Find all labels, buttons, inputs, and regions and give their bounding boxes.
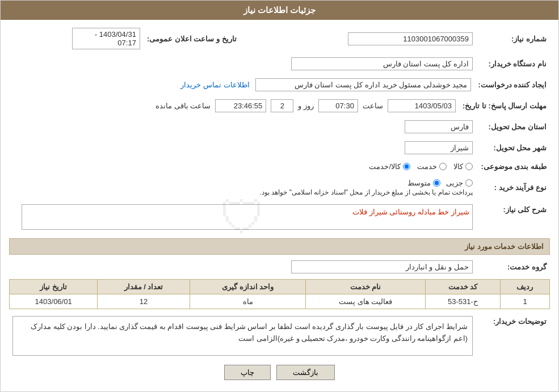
shomareNiaz-label: شماره نیاز: xyxy=(476,26,550,52)
col-tarikh: تاریخ نیاز xyxy=(10,280,98,294)
cell-tarikh: 1403/06/01 xyxy=(10,294,98,309)
cell-tedad: 12 xyxy=(98,294,190,309)
tabaqeh-label: طبقه بندی موضوعی: xyxy=(476,160,550,173)
sharh-textarea[interactable] xyxy=(22,204,473,230)
cell-nam: فعالیت های پست xyxy=(306,294,425,309)
ijad-label: ایجاد کننده درخواست: xyxy=(474,76,550,94)
ostan-value: فارس xyxy=(405,120,473,133)
farayand-note: پرداخت تمام یا بخشی از مبلغ خریدار از مح… xyxy=(12,188,473,196)
mohlat-saat: 07:30 xyxy=(318,99,358,112)
col-vahed: واحد اندازه گیری xyxy=(190,280,306,294)
services-table: ردیف کد خدمت نام خدمت واحد اندازه گیری ت… xyxy=(9,279,550,309)
description-label: توضیحات خریدار: xyxy=(476,314,550,358)
baqi-value: 23:46:55 xyxy=(215,99,266,112)
nam-dasgah-label: نام دستگاه خریدار: xyxy=(476,55,550,73)
radio-khadamat-label: خدمت xyxy=(417,162,437,171)
table-row: 1ح-531-53فعالیت های پستماه121403/06/01 xyxy=(10,294,550,309)
shahr-value: شیراز xyxy=(405,141,473,154)
col-kod: کد خدمت xyxy=(425,280,500,294)
roz-label: روز و xyxy=(298,102,314,110)
radio-jazii-label: جزیی xyxy=(446,179,463,187)
col-tedad: تعداد / مقدار xyxy=(98,280,190,294)
shomareNiaz-value: 1103001067000359 xyxy=(348,32,473,45)
radio-kala-label: کالا xyxy=(453,162,463,171)
khadamat-section-header: اطلاعات خدمات مورد نیاز xyxy=(9,238,550,255)
roz-value: 2 xyxy=(271,99,293,112)
radio-khadamat-input[interactable] xyxy=(439,163,447,170)
description-value: شرایط اجرای کار در فایل پیوست بار گذاری … xyxy=(12,316,473,356)
col-nam: نام خدمت xyxy=(306,280,425,294)
back-button[interactable]: بازگشت xyxy=(276,365,335,380)
baqi-label: ساعت باقی مانده xyxy=(155,102,211,110)
page-title: جزئیات اطلاعات نیاز xyxy=(1,1,558,20)
tamas-link[interactable]: اطلاعات تماس خریدار xyxy=(180,81,249,89)
radio-jazii[interactable]: جزیی xyxy=(446,179,473,187)
tarikh-elan-value: 1403/04/31 - 07:17 xyxy=(72,28,140,49)
radio-kala-khadamat-input[interactable] xyxy=(403,163,410,170)
cell-kod: ح-531-53 xyxy=(425,294,500,309)
mohlat-label: مهلت ارسال پاسخ: تا تاریخ: xyxy=(459,97,550,115)
mohlat-tarikh: 1403/05/03 xyxy=(388,99,456,112)
sharh-label: شرح کلی نیاز: xyxy=(476,202,550,234)
radio-kala-khadamat[interactable]: کالا/خدمت xyxy=(369,162,410,171)
nave-farayand-label: نوع فرآیند خرید : xyxy=(476,176,550,199)
nam-dasgah-value: اداره کل پست استان فارس xyxy=(291,57,473,70)
radio-motaset-label: متوسط xyxy=(407,179,431,187)
radio-kala-input[interactable] xyxy=(465,163,473,170)
cell-vahed: ماه xyxy=(190,294,306,309)
radio-motaset-input[interactable] xyxy=(433,179,440,187)
col-radif: ردیف xyxy=(500,280,549,294)
radio-jazii-input[interactable] xyxy=(465,179,473,187)
shahr-label: شهر محل تحویل: xyxy=(476,139,550,157)
radio-motaset[interactable]: متوسط xyxy=(407,179,440,187)
saat-label: ساعت xyxy=(363,102,383,110)
gohreh-khadamat-label: گروه خدمت: xyxy=(476,258,550,276)
ijad-value: مجید خوشدلی مسئول خرید اداره کل پست استا… xyxy=(255,78,471,91)
gohreh-khadamat-value: حمل و نقل و انباردار xyxy=(291,260,473,273)
tarikh-elan-label: تاریخ و ساعت اعلان عمومی: xyxy=(144,26,240,52)
cell-radif: 1 xyxy=(500,294,549,309)
radio-kala[interactable]: کالا xyxy=(453,162,473,171)
print-button[interactable]: چاپ xyxy=(224,365,271,380)
ostan-label: استان محل تحویل: xyxy=(476,118,550,136)
radio-kala-khadamat-label: کالا/خدمت xyxy=(369,162,401,171)
buttons-row: بازگشت چاپ xyxy=(9,365,550,380)
radio-khadamat[interactable]: خدمت xyxy=(417,162,447,171)
